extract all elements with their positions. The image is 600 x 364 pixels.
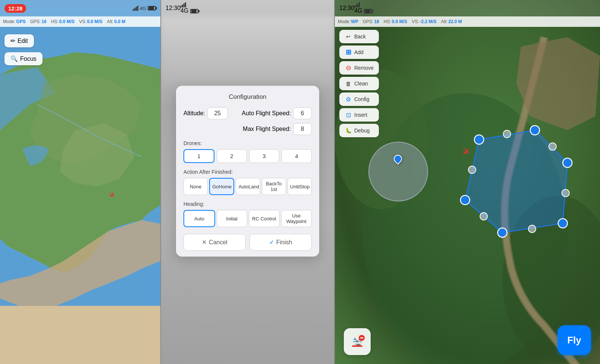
back-button[interactable]: ↩ Back xyxy=(339,30,379,43)
magnifier-icon: 🔍 xyxy=(10,55,18,62)
mode-label-p3: Mode: xyxy=(338,19,350,24)
svg-point-6 xyxy=(474,135,484,144)
gps-value-p3: 18 xyxy=(374,19,379,24)
add-icon: ⊞ xyxy=(345,48,352,56)
alt-value: 0.0 M xyxy=(114,19,125,24)
clean-label: Clean xyxy=(354,81,368,87)
alt-info-p3: Alt: 22.0 M xyxy=(441,19,462,24)
focus-button[interactable]: 🔍 Focus xyxy=(4,52,43,65)
cross-icon: ✕ xyxy=(202,239,207,246)
waypoint-pin-center xyxy=(394,155,402,163)
edit-label: Edit xyxy=(18,38,28,44)
panel-map-gps: 12:28 4G Mode: GPS GPS: 16 HS: 0.0 M/S xyxy=(0,0,160,364)
hs-value-p3: 0.0 M/S xyxy=(392,19,407,24)
info-bar-panel3: Mode: WP GPS: 18 HS: 0.0 M/S VS: -2.2 M/… xyxy=(335,16,600,27)
config-dialog: Configuration Altitude: Auto Flight Spee… xyxy=(176,86,319,257)
insert-button[interactable]: ⊡ Insert xyxy=(339,108,379,122)
battery-icon-p2 xyxy=(190,9,198,13)
vs-value: 0.0 M/S xyxy=(87,19,102,24)
signal-bars xyxy=(133,6,138,11)
status-bar-panel3: 12:30 4G xyxy=(335,0,600,16)
gps-label-p3: GPS: xyxy=(363,19,374,24)
focus-label: Focus xyxy=(20,56,37,62)
svg-point-8 xyxy=(563,158,572,167)
finish-button[interactable]: ✓ Finish xyxy=(249,234,312,251)
signal-bars-p3 xyxy=(354,2,372,7)
action-untilstop[interactable]: UntilStop xyxy=(288,178,312,195)
max-speed-input[interactable] xyxy=(293,123,312,135)
auto-speed-input[interactable] xyxy=(293,107,312,119)
vs-info: VS: 0.0 M/S xyxy=(79,19,103,24)
radius-circle xyxy=(368,142,428,201)
insert-label: Insert xyxy=(354,112,367,118)
sidebar-buttons: ↩ Back ⊞ Add ⊖ Remove 🗑 Clean ⚙ Config ⊡… xyxy=(339,30,379,137)
remove-icon: ⊖ xyxy=(345,64,352,72)
heading-use-waypoint[interactable]: Use Waypoint xyxy=(281,210,312,227)
add-button[interactable]: ⊞ Add xyxy=(339,46,379,59)
action-backto1st[interactable]: BackTo 1st xyxy=(262,178,286,195)
drone-btn-4[interactable]: 4 xyxy=(282,149,312,163)
heading-rc-control[interactable]: RC Control xyxy=(249,210,280,227)
svg-point-7 xyxy=(530,126,540,135)
time-display-p3: 12:30 xyxy=(339,5,354,12)
vs-label: VS: xyxy=(79,19,86,24)
drone-btn-1[interactable]: 1 xyxy=(183,149,214,163)
debug-button[interactable]: 🐛 Debug xyxy=(339,124,379,137)
action-label: Action After Finished: xyxy=(183,169,312,175)
svg-rect-21 xyxy=(360,338,363,339)
heading-auto[interactable]: Auto xyxy=(183,210,215,227)
altitude-input[interactable] xyxy=(207,107,228,119)
vs-label-p3: VS: xyxy=(412,19,419,24)
action-none[interactable]: None xyxy=(183,178,208,195)
remove-label: Remove xyxy=(354,65,374,71)
max-speed-label: Max Flight Speed: xyxy=(243,126,291,132)
cancel-button[interactable]: ✕ Cancel xyxy=(183,234,246,251)
land-icon: 🛬 xyxy=(349,334,365,349)
blur-top xyxy=(161,16,334,91)
auto-speed-label: Auto Flight Speed: xyxy=(242,110,291,117)
land-button[interactable]: 🛬 xyxy=(344,328,371,355)
svg-point-17 xyxy=(468,166,476,173)
signal-info-p3: 4G xyxy=(354,2,372,14)
mode-value-p3: WP xyxy=(351,19,358,24)
drone-btn-2[interactable]: 2 xyxy=(217,149,247,163)
clean-button[interactable]: 🗑 Clean xyxy=(339,77,379,90)
info-bar-panel1: Mode: GPS GPS: 16 HS: 0.0 M/S VS: 0.0 M/… xyxy=(0,16,160,27)
drone-btn-3[interactable]: 3 xyxy=(249,149,279,163)
signal-bars-p2 xyxy=(180,2,198,7)
signal-info-p2: 4G xyxy=(180,2,198,14)
action-gohome[interactable]: GoHome xyxy=(209,178,234,195)
mode-label: Mode: xyxy=(3,19,15,24)
heading-initial[interactable]: Initial xyxy=(217,210,248,227)
heading-selector: Auto Initial RC Control Use Waypoint xyxy=(183,210,312,227)
back-icon: ↩ xyxy=(345,33,352,40)
finish-label: Finish xyxy=(276,239,292,246)
network-type: 4G xyxy=(140,6,146,11)
time-display-p2: 12:30 xyxy=(166,5,180,12)
config-button[interactable]: ⚙ Config xyxy=(339,92,379,106)
remove-button[interactable]: ⊖ Remove xyxy=(339,61,379,75)
svg-point-14 xyxy=(562,189,569,197)
fly-label: Fly xyxy=(567,335,581,346)
action-autoland[interactable]: AutoLand xyxy=(236,178,260,195)
gps-label: GPS: xyxy=(30,19,41,24)
vs-value-p3: -2.2 M/S xyxy=(420,19,436,24)
network-type-p3: 4G xyxy=(354,7,362,14)
trash-icon: 🗑 xyxy=(345,80,352,87)
edit-button[interactable]: ✏ Edit xyxy=(4,34,34,47)
time-display: 12:28 xyxy=(4,4,26,13)
hs-info-p3: HS: 0.0 M/S xyxy=(384,19,407,24)
fly-button[interactable]: Fly xyxy=(557,325,591,355)
alt-value-p3: 22.0 M xyxy=(448,19,462,24)
svg-point-15 xyxy=(528,225,536,233)
mode-info: Mode: GPS xyxy=(3,19,26,24)
config-label: Config xyxy=(354,96,369,102)
heading-label: Heading: xyxy=(183,201,312,207)
panel-config: 12:30 4G Configuration Altitude: Auto Fl… xyxy=(161,0,334,364)
svg-rect-19 xyxy=(352,345,362,347)
config-icon: ⚙ xyxy=(345,95,352,103)
hs-value: 0.0 M/S xyxy=(59,19,75,24)
check-icon: ✓ xyxy=(269,239,274,246)
dialog-buttons: ✕ Cancel ✓ Finish xyxy=(183,234,312,251)
hs-label-p3: HS: xyxy=(384,19,391,24)
